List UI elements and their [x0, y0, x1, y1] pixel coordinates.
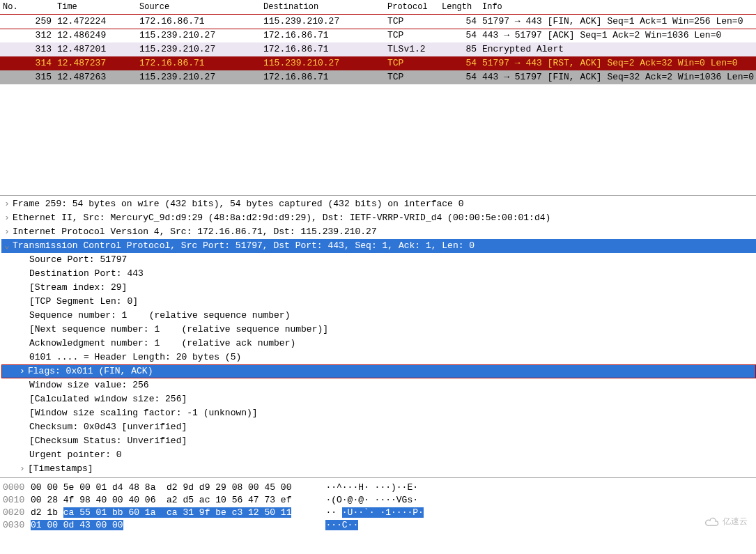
hex-row[interactable]: 003001 00 0d 43 00 00 ···C·· [3, 518, 756, 531]
cell-dst: 172.16.86.71 [261, 70, 385, 84]
hex-ascii: ··^···H· ···)··E· [325, 481, 418, 495]
hex-row[interactable]: 001000 28 4f 98 40 00 40 06 a2 d5 ac 10 … [3, 493, 756, 506]
hex-offset: 0030 [3, 518, 31, 532]
cell-len: 54 [439, 70, 479, 84]
cell-dst: 115.239.210.27 [261, 15, 385, 29]
tcp-srcport[interactable]: Source Port: 51797 [1, 253, 756, 267]
cell-no: 315 [0, 70, 54, 84]
tcp-seq[interactable]: Sequence number: 1 (relative sequence nu… [1, 309, 756, 323]
tcp-next-seq[interactable]: [Next sequence number: 1 (relative seque… [1, 323, 756, 337]
tcp-calc-window[interactable]: [Calculated window size: 256] [1, 392, 756, 406]
hex-bytes: 00 28 4f 98 40 00 40 06 a2 d5 ac 10 56 4… [31, 493, 309, 507]
cell-dst: 172.16.86.71 [261, 43, 385, 56]
col-length[interactable]: Length [439, 0, 479, 15]
cell-src: 115.239.210.27 [137, 43, 261, 56]
col-source[interactable]: Source [137, 0, 261, 15]
hex-bytes: 01 00 0d 43 00 00 [31, 518, 309, 532]
watermark-text: 亿速云 [723, 516, 748, 526]
tcp-header-len[interactable]: 0101 .... = Header Length: 20 bytes (5) [1, 351, 756, 364]
cell-no: 313 [0, 43, 54, 56]
cell-info: 443 → 51797 [FIN, ACK] Seq=32 Ack=2 Win=… [479, 70, 756, 84]
col-time[interactable]: Time [54, 0, 137, 15]
table-row[interactable]: 31212.486249115.239.210.27172.16.86.71TC… [0, 29, 756, 43]
tcp-window-size[interactable]: Window size value: 256 [1, 378, 756, 392]
tcp-dstport[interactable]: Destination Port: 443 [1, 267, 756, 281]
cell-proto: TLSv1.2 [385, 43, 439, 56]
eth-summary: Ethernet II, Src: MercuryC_9d:d9:29 (48:… [13, 213, 550, 223]
cell-no: 312 [0, 29, 54, 43]
tcp-stream-index[interactable]: [Stream index: 29] [1, 281, 756, 295]
tree-tcp[interactable]: ⌄Transmission Control Protocol, Src Port… [1, 239, 756, 253]
chevron-right-icon[interactable]: › [4, 197, 13, 211]
cell-len: 85 [439, 43, 479, 56]
table-row[interactable]: 31512.487263115.239.210.27172.16.86.71TC… [0, 70, 756, 84]
hex-offset: 0000 [3, 481, 31, 495]
tcp-window-scale[interactable]: [Window size scaling factor: -1 (unknown… [1, 406, 756, 420]
table-row[interactable]: 25912.472224172.16.86.71115.239.210.27TC… [0, 15, 756, 29]
packet-table[interactable]: No. Time Source Destination Protocol Len… [0, 0, 756, 84]
tcp-urgent-pointer[interactable]: Urgent pointer: 0 [1, 448, 756, 462]
col-proto[interactable]: Protocol [385, 0, 439, 15]
cell-time: 12.487237 [54, 56, 137, 70]
tree-ip[interactable]: ›Internet Protocol Version 4, Src: 172.1… [1, 225, 756, 239]
tcp-checksum[interactable]: Checksum: 0x0d43 [unverified] [1, 420, 756, 434]
tcp-timestamps[interactable]: ›[Timestamps] [1, 462, 756, 476]
cell-src: 115.239.210.27 [137, 70, 261, 84]
cell-time: 12.486249 [54, 29, 137, 43]
hex-bytes-pane[interactable]: 000000 00 5e 00 01 d4 48 8a d2 9d d9 29 … [0, 477, 756, 534]
hex-offset: 0010 [3, 493, 31, 507]
cell-proto: TCP [385, 56, 439, 70]
cell-info: 443 → 51797 [ACK] Seq=1 Ack=2 Win=1036 L… [479, 29, 756, 43]
hex-bytes: d2 1b ca 55 01 bb 60 1a ca 31 9f be c3 1… [31, 506, 309, 520]
cell-dst: 172.16.86.71 [261, 29, 385, 43]
cell-info: 51797 → 443 [RST, ACK] Seq=2 Ack=32 Win=… [479, 56, 756, 70]
cell-len: 54 [439, 15, 479, 29]
cloud-icon [705, 517, 720, 527]
col-dest[interactable]: Destination [261, 0, 385, 15]
ip-summary: Internet Protocol Version 4, Src: 172.16… [13, 226, 377, 237]
table-row[interactable]: 31412.487237172.16.86.71115.239.210.27TC… [0, 56, 756, 70]
chevron-right-icon[interactable]: › [20, 364, 28, 378]
cell-no: 314 [0, 56, 54, 70]
tcp-ack[interactable]: Acknowledgment number: 1 (relative ack n… [1, 337, 756, 351]
packet-table-header[interactable]: No. Time Source Destination Protocol Len… [0, 0, 756, 15]
hex-ascii: ·· ·U··`· ·1····P· [325, 506, 423, 520]
packet-list-pane[interactable]: No. Time Source Destination Protocol Len… [0, 0, 756, 195]
hex-row[interactable]: 000000 00 5e 00 01 d4 48 8a d2 9d d9 29 … [3, 481, 756, 493]
hex-row[interactable]: 0020d2 1b ca 55 01 bb 60 1a ca 31 9f be … [3, 506, 756, 518]
packet-details-pane[interactable]: ›Frame 259: 54 bytes on wire (432 bits),… [0, 195, 756, 477]
frame-summary: Frame 259: 54 bytes on wire (432 bits), … [13, 199, 464, 209]
cell-len: 54 [439, 29, 479, 43]
hex-offset: 0020 [3, 506, 31, 520]
watermark: 亿速云 [705, 514, 748, 528]
cell-proto: TCP [385, 15, 439, 29]
chevron-right-icon[interactable]: › [20, 462, 28, 476]
hex-ascii: ·(O·@·@· ····VGs· [325, 493, 418, 507]
tree-frame[interactable]: ›Frame 259: 54 bytes on wire (432 bits),… [1, 197, 756, 211]
cell-src: 172.16.86.71 [137, 15, 261, 29]
tcp-checksum-status[interactable]: [Checksum Status: Unverified] [1, 434, 756, 448]
cell-no: 259 [0, 15, 54, 29]
tcp-segment-len[interactable]: [TCP Segment Len: 0] [1, 295, 756, 309]
hex-bytes: 00 00 5e 00 01 d4 48 8a d2 9d d9 29 08 0… [31, 481, 309, 495]
tcp-summary: Transmission Control Protocol, Src Port:… [13, 240, 475, 251]
cell-len: 54 [439, 56, 479, 70]
cell-proto: TCP [385, 29, 439, 43]
cell-src: 172.16.86.71 [137, 56, 261, 70]
hex-ascii: ···C·· [325, 518, 358, 532]
tree-ethernet[interactable]: ›Ethernet II, Src: MercuryC_9d:d9:29 (48… [1, 211, 756, 225]
cell-time: 12.487263 [54, 70, 137, 84]
cell-proto: TCP [385, 70, 439, 84]
chevron-right-icon[interactable]: › [4, 225, 13, 239]
cell-dst: 115.239.210.27 [261, 56, 385, 70]
cell-src: 115.239.210.27 [137, 29, 261, 43]
col-no[interactable]: No. [0, 0, 54, 15]
col-info[interactable]: Info [479, 0, 756, 15]
table-row[interactable]: 31312.487201115.239.210.27172.16.86.71TL… [0, 43, 756, 56]
cell-info: 51797 → 443 [FIN, ACK] Seq=1 Ack=1 Win=2… [479, 15, 756, 29]
cell-info: Encrypted Alert [479, 43, 756, 56]
chevron-right-icon[interactable]: › [4, 211, 13, 225]
tcp-flags[interactable]: ›Flags: 0x011 (FIN, ACK) [1, 364, 756, 378]
cell-time: 12.487201 [54, 43, 137, 56]
chevron-down-icon[interactable]: ⌄ [4, 239, 13, 253]
